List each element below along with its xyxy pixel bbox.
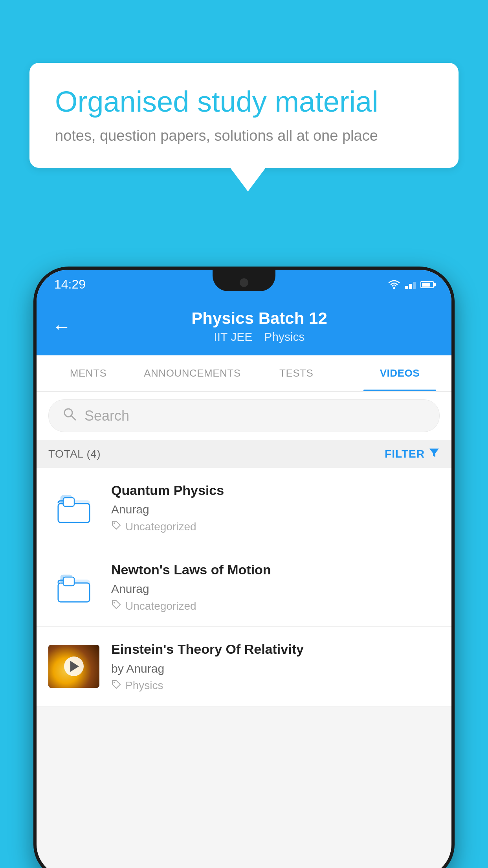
tab-ments[interactable]: MENTS xyxy=(37,355,140,391)
bubble-title: Organised study material xyxy=(55,85,433,120)
subtitle-physics: Physics xyxy=(264,330,305,344)
status-bar: 14:29 xyxy=(37,270,451,299)
filter-bar: TOTAL (4) FILTER xyxy=(37,440,451,468)
video-title: Einstein's Theory Of Relativity xyxy=(111,640,440,658)
video-author: Anurag xyxy=(111,582,440,596)
video-author: by Anurag xyxy=(111,662,440,675)
search-placeholder: Search xyxy=(84,408,129,424)
video-tag: Uncategorized xyxy=(111,600,440,612)
tag-icon xyxy=(111,679,121,692)
tag-label: Uncategorized xyxy=(125,520,196,533)
video-author: Anurag xyxy=(111,503,440,516)
tag-label: Physics xyxy=(125,679,163,692)
list-item[interactable]: Newton's Laws of Motion Anurag Uncategor… xyxy=(37,547,451,627)
total-count: TOTAL (4) xyxy=(48,448,101,460)
video-info: Einstein's Theory Of Relativity by Anura… xyxy=(111,640,440,692)
filter-label: FILTER xyxy=(385,448,425,460)
batch-title: Physics Batch 12 xyxy=(83,309,436,328)
svg-rect-7 xyxy=(63,498,74,506)
bubble-tail xyxy=(230,168,266,191)
bubble-subtitle: notes, question papers, solutions all at… xyxy=(55,127,433,144)
phone-mockup: 14:29 xyxy=(33,267,455,868)
folder-thumbnail xyxy=(48,565,99,609)
status-time: 14:29 xyxy=(54,277,86,292)
app-bar: ← Physics Batch 12 IIT JEE Physics xyxy=(37,299,451,355)
signal-icon xyxy=(405,280,416,289)
video-title: Newton's Laws of Motion xyxy=(111,561,440,578)
filter-button[interactable]: FILTER xyxy=(385,447,440,461)
video-info: Quantum Physics Anurag Uncategorized xyxy=(111,482,440,533)
phone-screen: 14:29 xyxy=(37,270,451,868)
back-button[interactable]: ← xyxy=(52,316,71,337)
search-bar[interactable]: Search xyxy=(48,399,440,432)
svg-line-2 xyxy=(72,416,75,420)
tag-label: Uncategorized xyxy=(125,600,196,612)
tab-videos[interactable]: VIDEOS xyxy=(348,355,451,391)
video-tag: Physics xyxy=(111,679,440,692)
search-container: Search xyxy=(37,392,451,440)
tag-icon xyxy=(111,520,121,533)
notch xyxy=(213,270,275,291)
tag-icon xyxy=(111,600,121,612)
svg-marker-3 xyxy=(429,449,439,457)
tab-announcements[interactable]: ANNOUNCEMENTS xyxy=(140,355,244,391)
speech-bubble-card: Organised study material notes, question… xyxy=(29,63,459,191)
video-thumbnail xyxy=(48,645,99,688)
video-title: Quantum Physics xyxy=(111,482,440,499)
play-button[interactable] xyxy=(64,657,84,676)
app-bar-title-container: Physics Batch 12 IIT JEE Physics xyxy=(83,309,436,344)
svg-rect-10 xyxy=(58,583,90,602)
list-item[interactable]: Einstein's Theory Of Relativity by Anura… xyxy=(37,627,451,706)
camera xyxy=(240,278,248,287)
svg-rect-5 xyxy=(58,504,90,522)
status-icons xyxy=(388,280,434,290)
svg-point-8 xyxy=(114,522,115,524)
svg-point-13 xyxy=(114,602,115,603)
filter-icon xyxy=(429,447,440,461)
list-item[interactable]: Quantum Physics Anurag Uncategorized xyxy=(37,468,451,547)
svg-rect-12 xyxy=(63,577,74,586)
tab-tests[interactable]: TESTS xyxy=(245,355,348,391)
tab-bar: MENTS ANNOUNCEMENTS TESTS VIDEOS xyxy=(37,355,451,392)
battery-icon xyxy=(420,281,434,288)
speech-bubble-box: Organised study material notes, question… xyxy=(29,63,459,168)
planet-image xyxy=(48,645,99,688)
svg-point-14 xyxy=(114,682,115,683)
play-triangle-icon xyxy=(70,661,79,672)
video-tag: Uncategorized xyxy=(111,520,440,533)
video-info: Newton's Laws of Motion Anurag Uncategor… xyxy=(111,561,440,612)
svg-point-0 xyxy=(393,287,395,289)
subtitle-iit: IIT JEE xyxy=(214,330,252,344)
video-list: Quantum Physics Anurag Uncategorized xyxy=(37,468,451,706)
search-icon xyxy=(62,407,77,425)
wifi-icon xyxy=(388,280,400,290)
folder-thumbnail xyxy=(48,486,99,529)
app-bar-subtitle: IIT JEE Physics xyxy=(83,330,436,344)
